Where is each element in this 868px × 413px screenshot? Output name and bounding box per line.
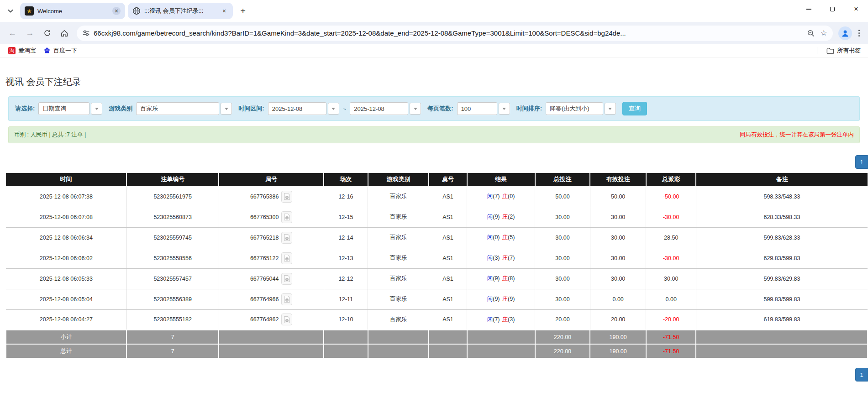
table-number: AS1 [429,227,467,248]
payout: 30.00 [646,268,696,289]
page-1-button[interactable]: 1 [855,368,868,382]
date-range-label: 时间区间: [238,105,264,113]
banker-result: 庄 [502,193,508,199]
dropdown-button[interactable] [410,103,421,115]
reload-button[interactable] [39,26,55,41]
date-end-value[interactable]: 2025-12-08 [350,102,408,115]
result-cell: 闲(3)庄(7) [467,248,535,268]
bookmark-taobao[interactable]: 淘 爱淘宝 [5,45,40,56]
dropdown-button[interactable] [328,103,339,115]
result-cell: 闲(9)庄(9) [467,289,535,309]
note: 598.33/548.33 [696,186,868,207]
total-bet-link[interactable]: 30.00 [535,207,590,227]
total-bet-link[interactable]: 30.00 [535,268,590,289]
browser-menu-button[interactable] [854,26,864,40]
banker-points: (2) [508,214,515,220]
note: 599.83/599.83 [696,289,868,309]
site-settings-icon [82,29,90,37]
per-page-value[interactable]: 100 [457,102,497,115]
bookmark-star-icon[interactable]: ☆ [821,28,827,38]
bet-id: 523025558556 [126,248,219,268]
total-bet-link[interactable]: 50.00 [535,186,590,207]
query-type-value[interactable]: 日期查询 [38,102,89,115]
page-1-button[interactable]: 1 [855,155,868,169]
game-type-select[interactable]: 百家乐 [136,102,232,115]
all-bookmarks-button[interactable]: 所有书签 [824,45,863,56]
player-points: (9) [493,296,500,302]
sort-select[interactable]: 降幂(由大到小) [546,102,616,115]
video-record-button[interactable] [281,191,292,203]
tab-betrecord[interactable]: :::视讯 会员下注纪录::: × [128,3,233,19]
total-bet-link[interactable]: 30.00 [535,248,590,268]
dropdown-button[interactable] [499,103,510,115]
tab-close-icon[interactable]: × [112,7,121,15]
round-number: 667765122 [250,255,279,261]
total-bet-link[interactable]: 30.00 [535,227,590,248]
total-bet-link[interactable]: 30.00 [535,289,590,309]
zoom-icon[interactable] [807,29,815,37]
all-bookmarks-label: 所有书签 [837,47,861,55]
page-content: 视讯 会员下注纪录 请选择: 日期查询 游戏类别 百家乐 时间区间: 2025-… [0,76,868,382]
chevron-down-icon [8,9,13,13]
new-tab-button[interactable]: + [237,5,249,17]
baidu-paw-icon [43,47,51,54]
video-record-icon [284,275,290,282]
banker-result: 庄 [502,316,508,323]
game-type-label: 游戏类别 [109,105,132,113]
chevron-down-icon [331,108,335,110]
round-cell: 667765300 [219,207,324,227]
date-end-select[interactable]: 2025-12-08 [350,102,421,115]
date-start-value[interactable]: 2025-12-08 [268,102,326,115]
tab-welcome[interactable]: ★ Welcome × [20,3,125,19]
url-bar[interactable]: 66cxkj98.com/game/betrecord_search/kind3… [77,26,833,41]
search-button[interactable]: 查询 [622,102,647,115]
maximize-icon [830,7,835,11]
valid-bet: 30.00 [590,207,646,227]
valid-bet: 30.00 [590,268,646,289]
query-type-select[interactable]: 日期查询 [38,102,102,115]
banker-points: (5) [508,234,515,240]
profile-avatar[interactable] [838,26,852,40]
player-points: (9) [493,275,500,282]
per-page-select[interactable]: 100 [457,102,510,115]
total-bet-link[interactable]: 20.00 [535,309,590,330]
tab-search-button[interactable] [4,4,17,18]
video-record-button[interactable] [281,293,292,305]
home-button[interactable] [57,26,72,41]
window-close-button[interactable]: × [844,0,868,18]
chevron-down-icon [225,108,228,110]
bookmark-label: 爱淘宝 [18,47,36,55]
total-total-bet: 220.00 [535,344,590,358]
sort-value[interactable]: 降幂(由大到小) [546,102,603,115]
bet-id: 523025561975 [126,186,219,207]
col-header-note: 备注 [696,173,868,186]
subtotal-total-bet: 220.00 [535,330,590,344]
dropdown-button[interactable] [91,103,102,115]
round-number: 667764966 [250,296,279,303]
video-record-button[interactable] [281,232,292,244]
window-maximize-button[interactable] [821,0,844,18]
table-row: 2025-12-08 06:05:33 523025557457 6677650… [6,268,868,289]
video-record-button[interactable] [281,314,292,325]
video-record-button[interactable] [281,252,292,264]
pagination-bottom: 1 [0,368,868,382]
player-points: (0) [493,234,500,240]
session: 12-11 [324,289,368,309]
col-header-total-bet: 总投注 [535,173,590,186]
table-body: 2025-12-08 06:07:38 523025561975 6677653… [6,186,868,330]
game-type-value[interactable]: 百家乐 [136,102,219,115]
video-record-button[interactable] [281,211,292,223]
bookmark-baidu[interactable]: 百度一下 [40,45,81,56]
dropdown-button[interactable] [605,103,616,115]
back-button[interactable]: ← [5,26,20,41]
window-minimize-button[interactable] [797,0,821,18]
tab-close-icon[interactable]: × [220,7,228,15]
table-number: AS1 [429,268,467,289]
date-start-select[interactable]: 2025-12-08 [268,102,339,115]
dropdown-button[interactable] [221,103,232,115]
video-record-button[interactable] [281,273,292,285]
col-header-session: 场次 [324,173,368,186]
forward-button[interactable]: → [22,26,37,41]
subtotal-label: 小计 [6,330,126,344]
player-points: (9) [493,214,500,220]
